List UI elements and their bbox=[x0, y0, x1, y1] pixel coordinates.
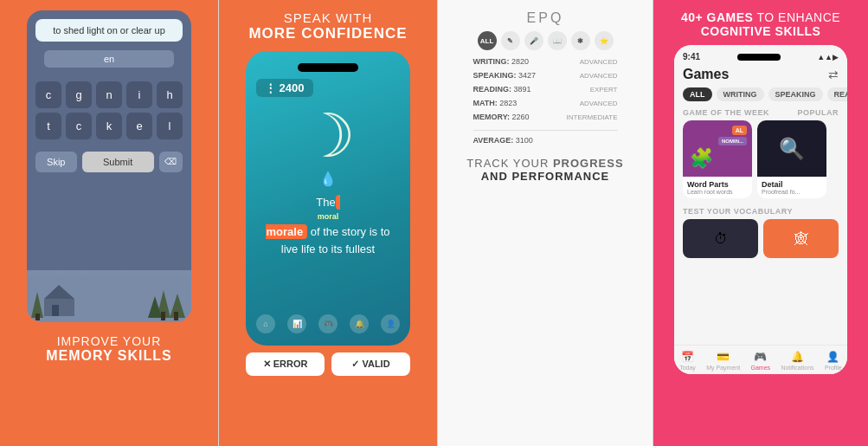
payment-icon: 💳 bbox=[717, 351, 730, 363]
lang-bar: en bbox=[44, 50, 174, 68]
vocab-card-2[interactable]: 🕸 bbox=[763, 219, 839, 258]
nav-games[interactable]: 🎮 bbox=[318, 314, 338, 333]
stat-reading: READING: 3891 EXPERT bbox=[473, 85, 618, 94]
game-card-detail[interactable]: 🔍 Detail Proofread fo... bbox=[757, 120, 826, 198]
game-card-word-parts[interactable]: AL NOMIN... 🧩 Word Parts Learn root word… bbox=[683, 120, 752, 198]
key-k[interactable]: k bbox=[96, 113, 122, 139]
phone-time: 9:41 bbox=[683, 52, 700, 61]
game-card-title-1: Word Parts bbox=[687, 180, 748, 189]
nav-notif-label: Notifications bbox=[781, 365, 813, 371]
game-card-title-2: Detail bbox=[762, 180, 822, 189]
filter-all[interactable]: ALL bbox=[683, 87, 712, 101]
key-e[interactable]: e bbox=[126, 113, 152, 139]
phone-top-bar: 9:41 ▲▲▶ bbox=[674, 45, 847, 65]
nav-notifications[interactable]: 🔔 Notifications bbox=[781, 351, 813, 371]
puzzle-icon: 🧩 bbox=[690, 147, 713, 170]
filter-reading[interactable]: READING bbox=[827, 87, 847, 101]
stat-speaking: SPEAKING: 3427 ADVANCED bbox=[473, 71, 618, 80]
svg-rect-3 bbox=[52, 305, 59, 316]
submit-button[interactable]: Submit bbox=[82, 152, 154, 172]
water-drop-icon: 💧 bbox=[319, 171, 337, 187]
stat-reading-level: EXPERT bbox=[566, 86, 618, 94]
badge-al: AL bbox=[732, 126, 747, 135]
game-card-sub-2: Proofread fo... bbox=[762, 189, 822, 195]
games-icon: 🎮 bbox=[754, 351, 767, 363]
dot-s[interactable]: 🎤 bbox=[524, 31, 543, 50]
nav-home[interactable]: ⌂ bbox=[256, 314, 275, 333]
nav-profile[interactable]: 👤 bbox=[381, 314, 400, 333]
key-c2[interactable]: c bbox=[66, 113, 92, 139]
panel1-line1: IMPROVE YOUR bbox=[46, 334, 171, 348]
section-header-row: GAME OF THE WEEK POPULAR bbox=[674, 108, 847, 120]
game-card-info-1: Word Parts Learn root words bbox=[683, 177, 752, 198]
panel2-line2-pre: MORE bbox=[248, 25, 301, 42]
word-morale: morale bbox=[266, 225, 303, 238]
stat-speaking-level: ADVANCED bbox=[566, 72, 618, 80]
panel-progress: EPQ ALL ✎ 🎤 📖 ✱ ⭐ WRITING: 2820 ADVANCED… bbox=[438, 0, 653, 446]
key-t[interactable]: t bbox=[35, 113, 61, 139]
nav-today-label: Today bbox=[679, 365, 696, 371]
panel4-line2: COGNITIVE SKILLS bbox=[681, 24, 840, 38]
nav-payment[interactable]: 💳 My Payment bbox=[706, 351, 740, 371]
panel3-line2: AND PERFORMANCE bbox=[466, 170, 623, 183]
dot-mem[interactable]: ⭐ bbox=[595, 31, 614, 50]
dot-all[interactable]: ALL bbox=[478, 31, 497, 50]
search-icon-container: 🔍 bbox=[762, 126, 821, 171]
skip-button[interactable]: Skip bbox=[35, 152, 77, 172]
key-g[interactable]: g bbox=[66, 81, 92, 108]
key-h[interactable]: h bbox=[157, 81, 183, 108]
key-n[interactable]: n bbox=[96, 81, 122, 108]
bottom-nav: 📅 Today 💳 My Payment 🎮 Games 🔔 Notificat… bbox=[674, 345, 847, 374]
popular-label: POPULAR bbox=[797, 108, 839, 117]
panel1-line2: MEMORY SKILLS bbox=[46, 348, 171, 364]
correct-label: moral bbox=[256, 211, 400, 223]
vocab-card-1[interactable]: ⏱ bbox=[683, 219, 758, 258]
stat-memory-level: INTERMEDIATE bbox=[566, 113, 618, 121]
stat-speaking-label: SPEAKING: 3427 bbox=[473, 71, 556, 80]
nav-payment-label: My Payment bbox=[706, 365, 740, 371]
valid-button[interactable]: ✓ VALID bbox=[331, 352, 410, 376]
dot-r[interactable]: 📖 bbox=[548, 31, 567, 50]
dot-w[interactable]: ✎ bbox=[501, 31, 520, 50]
network-icon: 🕸 bbox=[794, 231, 808, 247]
nav-perf[interactable]: 📊 bbox=[287, 314, 306, 333]
nav-games-tab[interactable]: 🎮 Games bbox=[750, 351, 770, 371]
nav-notif[interactable]: 🔔 bbox=[350, 314, 369, 333]
filter-row: ALL WRITING SPEAKING READING bbox=[674, 87, 847, 108]
phone-notch-4 bbox=[737, 54, 781, 61]
phone-bottom-scene bbox=[27, 270, 191, 322]
magnifier-icon: 🔍 bbox=[779, 137, 805, 161]
stat-writing-level: ADVANCED bbox=[566, 58, 618, 66]
filter-writing[interactable]: WRITING bbox=[717, 87, 764, 101]
stat-math-label: MATH: 2823 bbox=[473, 99, 556, 107]
stat-math: MATH: 2823 ADVANCED bbox=[473, 99, 618, 107]
clear-button[interactable]: ⌫ bbox=[159, 152, 183, 172]
key-i[interactable]: i bbox=[126, 81, 152, 108]
sentence-text: The moralmorale of the story is to live … bbox=[256, 194, 400, 257]
action-row: Skip Submit ⌫ bbox=[27, 146, 191, 179]
stat-writing: WRITING: 2820 ADVANCED bbox=[473, 57, 618, 66]
phone-status-icons: ▲▲▶ bbox=[817, 53, 839, 61]
games-row: AL NOMIN... 🧩 Word Parts Learn root word… bbox=[674, 120, 847, 205]
shuffle-icon[interactable]: ⇄ bbox=[828, 68, 839, 81]
hint-bar: to shed light on or clear up bbox=[35, 19, 183, 42]
panel2-line2: MORE CONFIDENCE bbox=[248, 25, 407, 42]
svg-rect-1 bbox=[44, 299, 74, 316]
badge-nomin: NOMIN... bbox=[718, 137, 747, 145]
dot-m[interactable]: ✱ bbox=[571, 31, 590, 50]
nav-profile-label: Profile bbox=[825, 365, 842, 371]
game-of-week-label: GAME OF THE WEEK bbox=[683, 108, 769, 117]
error-button[interactable]: ✕ ERROR bbox=[246, 352, 325, 376]
nav-profile-tab[interactable]: 👤 Profile bbox=[825, 351, 842, 371]
key-l[interactable]: l bbox=[157, 113, 183, 139]
stat-memory-label: MEMORY: 2260 bbox=[473, 113, 556, 121]
filter-speaking[interactable]: SPEAKING bbox=[768, 87, 823, 101]
nav-today[interactable]: 📅 Today bbox=[679, 351, 696, 371]
vocab-label: TEST YOUR VOCABULARY bbox=[683, 207, 839, 216]
stat-average-label: AVERAGE: 3100 bbox=[473, 136, 556, 145]
error-valid-row: ✕ ERROR ✓ VALID bbox=[246, 352, 410, 376]
vocab-row: ⏱ 🕸 bbox=[683, 219, 839, 258]
bottom-nav-dots: ⌂ 📊 🎮 🔔 👤 bbox=[256, 314, 400, 333]
epq-header: EPQ bbox=[527, 10, 564, 26]
key-c[interactable]: c bbox=[35, 81, 61, 108]
